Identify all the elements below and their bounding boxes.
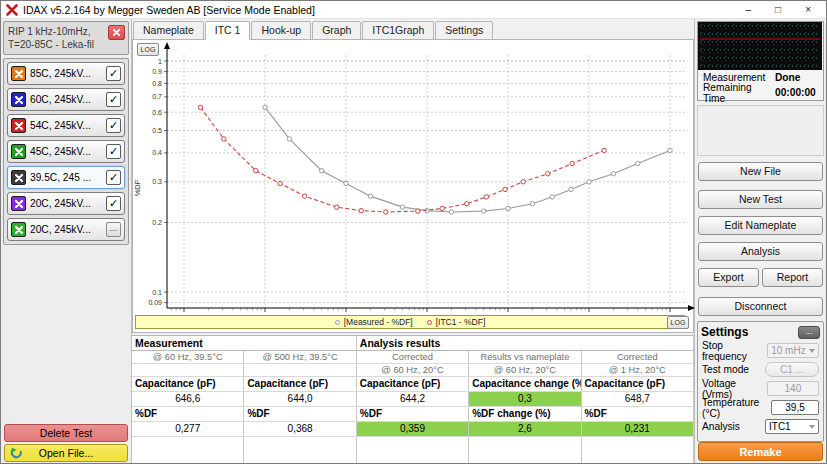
test-item[interactable]: 20C, 245kV...... [7, 218, 125, 241]
table-cell-label1: Capacitance (pF) [582, 377, 694, 392]
test-color-x-icon [11, 222, 26, 237]
log-scale-y-button[interactable]: LOG [137, 43, 159, 56]
table-cell-value1: 644,2 [357, 392, 469, 407]
test-item[interactable]: 60C, 245kV...✓ [7, 88, 125, 111]
tab-hook-up[interactable]: Hook-up [251, 21, 311, 40]
svg-text:0.2: 0.2 [152, 219, 162, 226]
measurement-section-title: Measurement [132, 336, 357, 351]
temperature-c--field[interactable]: 39,5 [771, 400, 819, 415]
table-cell-cond1: Corrected [582, 351, 694, 364]
test-item-more-button[interactable]: ... [106, 222, 121, 237]
delete-test-button[interactable]: Delete Test [4, 424, 128, 442]
table-cell-cond2: @ 60 Hz, 20°C [357, 364, 469, 377]
table-cell-cond1: Corrected [357, 351, 469, 364]
log-scale-x-button[interactable]: LOG [667, 316, 689, 329]
table-cell-value1: 0,3 [469, 392, 581, 407]
export-button[interactable]: Export [698, 268, 759, 287]
legend-marker-icon [335, 320, 340, 325]
close-button[interactable]: × [805, 4, 811, 15]
tab-graph[interactable]: Graph [312, 21, 361, 40]
svg-text:0.09: 0.09 [148, 299, 162, 306]
table-cell-value2: 0,277 [132, 422, 244, 437]
table-cell-cond2: @ 60 Hz, 20°C [469, 364, 581, 377]
test-item-checkbox[interactable]: ✓ [106, 66, 121, 81]
table-cell-label1: Capacitance (pF) [132, 377, 244, 392]
remaining-time-value: 00:00:00 [775, 87, 816, 98]
analysis-button[interactable]: Analysis [698, 242, 823, 261]
setting-label-analysis: Analysis [702, 421, 740, 432]
setting-row-test-mode: Test modeC1 ... [702, 361, 819, 378]
df-frequency-chart: 10.90.80.70.60.50.40.30.20.10.091 mHz10 … [133, 40, 695, 316]
close-test-set-button[interactable] [108, 25, 125, 40]
maximize-button[interactable]: □ [775, 4, 781, 15]
close-icon [112, 28, 121, 37]
test-item[interactable]: 54C, 245kV...✓ [7, 114, 125, 137]
test-mode-button-value: C1 ... [780, 364, 804, 375]
setting-row-stop-frequency: Stop frequency10 mHz [702, 342, 819, 359]
voltage-vrms--field: 140 [767, 381, 819, 396]
report-button[interactable]: Report [762, 268, 823, 287]
test-color-x-icon [11, 118, 26, 133]
table-filler-cell [132, 437, 244, 464]
measurement-status-box: Measurement Done Remaining Time 00:00:00 [697, 21, 824, 101]
voltage-vrms--field-value: 140 [785, 383, 802, 394]
svg-text:0.3: 0.3 [152, 178, 162, 185]
tab-nameplate[interactable]: Nameplate [133, 21, 204, 40]
edit-nameplate-button[interactable]: Edit Nameplate [698, 216, 823, 235]
test-color-x-icon [11, 144, 26, 159]
table-cell-cond1: @ 60 Hz, 39.5°C [132, 351, 244, 364]
table-cell-cond2 [244, 364, 356, 377]
setting-row-voltage-vrms-: Voltage (Vrms)140 [702, 380, 819, 397]
test-item-label: 54C, 245kV... [30, 120, 91, 131]
analysis-select[interactable]: ITC1 [765, 419, 819, 434]
table-cell-value1: 646,6 [132, 392, 244, 407]
open-file-button[interactable]: Open File... [4, 444, 128, 462]
test-set-header: RIP 1 kHz-10mHz, T=20-85C - Leka-fil [3, 21, 129, 55]
open-file-label: Open File... [39, 447, 93, 459]
titlebar: IDAX v5.2.164 by Megger Sweden AB [Servi… [1, 1, 826, 19]
setting-label-stop-frequency: Stop frequency [702, 340, 767, 362]
test-item[interactable]: 20C, 245kV...✓ [7, 192, 125, 215]
table-filler-cell [469, 437, 581, 464]
test-item-checkbox[interactable]: ✓ [106, 92, 121, 107]
tab-itc-1[interactable]: ITC 1 [205, 21, 251, 40]
new-test-button[interactable]: New Test [698, 190, 823, 209]
test-item-label: 20C, 245kV... [30, 198, 91, 209]
test-item[interactable]: 39.5C, 245 ...✓ [7, 166, 125, 189]
disconnect-button[interactable]: Disconnect [698, 297, 823, 316]
tab-settings[interactable]: Settings [435, 21, 493, 40]
legend-label: [ITC1 - %DF] [436, 317, 486, 327]
test-item-checkbox[interactable]: ✓ [106, 118, 121, 133]
test-item-checkbox[interactable]: ✓ [106, 196, 121, 211]
chevron-down-icon [809, 425, 815, 429]
tab-itc1graph[interactable]: ITC1Graph [362, 21, 434, 40]
table-cell-cond1: @ 500 Hz, 39.5°C [244, 351, 356, 364]
legend-entry[interactable]: [Measured - %DF] [335, 317, 413, 327]
test-item[interactable]: 45C, 245kV...✓ [7, 140, 125, 163]
settings-more-button[interactable]: ... [798, 326, 820, 339]
table-cell-label1: Capacitance change (%) [469, 377, 581, 392]
main-area: NameplateITC 1Hook-upGraphITC1GraphSetti… [132, 19, 694, 464]
table-cell-value1: 648,7 [582, 392, 694, 407]
test-item-checkbox[interactable]: ✓ [106, 144, 121, 159]
legend-entry[interactable]: [ITC1 - %DF] [427, 317, 486, 327]
table-cell-value2: 0,231 [582, 422, 694, 437]
test-set-title-line2: T=20-85C - Leka-fil [8, 38, 108, 51]
svg-text:0.5: 0.5 [152, 127, 162, 134]
test-set-title-line1: RIP 1 kHz-10mHz, [8, 25, 108, 38]
test-item-checkbox[interactable]: ✓ [106, 170, 121, 185]
app-icon [6, 4, 18, 16]
table-cell-value2: 0,359 [357, 422, 469, 437]
remake-button[interactable]: Remake [698, 442, 823, 461]
chevron-down-icon [809, 349, 815, 353]
table-cell-cond1: Results vs nameplate [469, 351, 581, 364]
table-filler-cell [582, 437, 694, 464]
settings-title: Settings [701, 325, 748, 339]
test-item-label: 20C, 245kV... [30, 224, 91, 235]
new-file-button[interactable]: New File [698, 162, 823, 181]
minimize-button[interactable]: – [746, 4, 752, 15]
temperature-c--field-value: 39,5 [785, 402, 804, 413]
test-color-x-icon [11, 66, 26, 81]
legend-label: [Measured - %DF] [344, 317, 413, 327]
test-item[interactable]: 85C, 245kV...✓ [7, 62, 125, 85]
